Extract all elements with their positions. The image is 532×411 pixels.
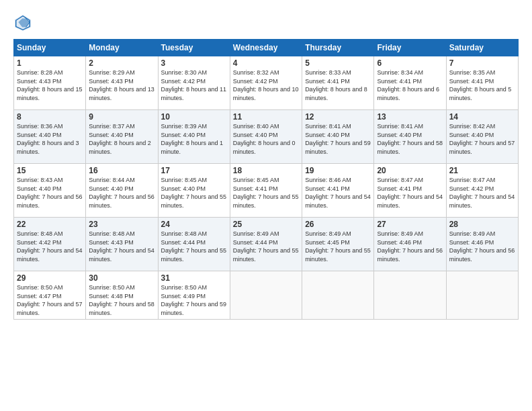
- day-number: 13: [377, 112, 443, 122]
- day-number: 23: [89, 220, 154, 229]
- page: SundayMondayTuesdayWednesdayThursdayFrid…: [0, 0, 532, 411]
- day-number: 24: [161, 220, 227, 229]
- day-number: 25: [233, 220, 299, 229]
- day-info: Sunrise: 8:49 AMSunset: 4:46 PMDaylight:…: [449, 230, 515, 263]
- calendar-cell: 31Sunrise: 8:50 AMSunset: 4:49 PMDayligh…: [158, 271, 230, 320]
- calendar-cell: 5Sunrise: 8:33 AMSunset: 4:41 PMDaylight…: [302, 56, 374, 110]
- calendar-cell: 1Sunrise: 8:28 AMSunset: 4:43 PMDaylight…: [14, 56, 86, 110]
- day-info: Sunrise: 8:45 AMSunset: 4:41 PMDaylight:…: [233, 176, 299, 210]
- day-info: Sunrise: 8:41 AMSunset: 4:40 PMDaylight:…: [377, 122, 443, 156]
- calendar-header-tuesday: Tuesday: [158, 40, 230, 56]
- day-info: Sunrise: 8:44 AMSunset: 4:40 PMDaylight:…: [89, 176, 154, 210]
- calendar-table: SundayMondayTuesdayWednesdayThursdayFrid…: [13, 39, 519, 320]
- calendar-cell: 15Sunrise: 8:43 AMSunset: 4:40 PMDayligh…: [14, 164, 86, 218]
- day-number: 29: [17, 273, 83, 283]
- day-info: Sunrise: 8:47 AMSunset: 4:42 PMDaylight:…: [449, 176, 515, 210]
- day-number: 9: [89, 112, 154, 122]
- calendar-cell: 13Sunrise: 8:41 AMSunset: 4:40 PMDayligh…: [374, 110, 446, 164]
- day-number: 5: [305, 58, 371, 68]
- calendar-cell: 26Sunrise: 8:49 AMSunset: 4:45 PMDayligh…: [302, 218, 374, 271]
- calendar-cell: 18Sunrise: 8:45 AMSunset: 4:41 PMDayligh…: [230, 164, 302, 218]
- day-number: 12: [305, 112, 371, 122]
- day-info: Sunrise: 8:39 AMSunset: 4:40 PMDaylight:…: [161, 122, 227, 156]
- calendar-cell: 16Sunrise: 8:44 AMSunset: 4:40 PMDayligh…: [86, 164, 158, 218]
- day-number: 30: [89, 273, 154, 283]
- day-info: Sunrise: 8:40 AMSunset: 4:40 PMDaylight:…: [233, 122, 299, 156]
- day-number: 7: [449, 58, 515, 68]
- calendar-header-friday: Friday: [374, 40, 446, 56]
- day-number: 8: [17, 112, 83, 122]
- calendar-cell: 10Sunrise: 8:39 AMSunset: 4:40 PMDayligh…: [158, 110, 230, 164]
- day-info: Sunrise: 8:42 AMSunset: 4:40 PMDaylight:…: [449, 122, 515, 156]
- calendar-week-4: 22Sunrise: 8:48 AMSunset: 4:42 PMDayligh…: [14, 218, 519, 271]
- day-info: Sunrise: 8:35 AMSunset: 4:41 PMDaylight:…: [449, 68, 515, 102]
- day-number: 22: [17, 220, 83, 229]
- day-info: Sunrise: 8:50 AMSunset: 4:49 PMDaylight:…: [161, 283, 227, 317]
- day-number: 16: [89, 166, 154, 175]
- day-info: Sunrise: 8:46 AMSunset: 4:41 PMDaylight:…: [305, 176, 371, 210]
- calendar-week-3: 15Sunrise: 8:43 AMSunset: 4:40 PMDayligh…: [14, 164, 519, 218]
- day-info: Sunrise: 8:32 AMSunset: 4:42 PMDaylight:…: [233, 68, 299, 102]
- day-number: 28: [449, 220, 515, 229]
- day-number: 17: [161, 166, 227, 175]
- day-number: 10: [161, 112, 227, 122]
- day-info: Sunrise: 8:50 AMSunset: 4:48 PMDaylight:…: [89, 283, 154, 317]
- calendar-week-1: 1Sunrise: 8:28 AMSunset: 4:43 PMDaylight…: [14, 56, 519, 110]
- calendar-cell: 9Sunrise: 8:37 AMSunset: 4:40 PMDaylight…: [86, 110, 158, 164]
- day-info: Sunrise: 8:45 AMSunset: 4:40 PMDaylight:…: [161, 176, 227, 210]
- day-number: 18: [233, 166, 299, 175]
- day-number: 6: [377, 58, 443, 68]
- calendar-cell: 6Sunrise: 8:34 AMSunset: 4:41 PMDaylight…: [374, 56, 446, 110]
- calendar-week-5: 29Sunrise: 8:50 AMSunset: 4:47 PMDayligh…: [14, 271, 519, 320]
- day-info: Sunrise: 8:30 AMSunset: 4:42 PMDaylight:…: [161, 68, 227, 102]
- day-info: Sunrise: 8:49 AMSunset: 4:45 PMDaylight:…: [305, 230, 371, 263]
- day-number: 19: [305, 166, 371, 175]
- calendar-cell: 22Sunrise: 8:48 AMSunset: 4:42 PMDayligh…: [14, 218, 86, 271]
- day-info: Sunrise: 8:29 AMSunset: 4:43 PMDaylight:…: [89, 68, 154, 102]
- calendar-cell: 27Sunrise: 8:49 AMSunset: 4:46 PMDayligh…: [374, 218, 446, 271]
- calendar-cell: 25Sunrise: 8:49 AMSunset: 4:44 PMDayligh…: [230, 218, 302, 271]
- day-info: Sunrise: 8:37 AMSunset: 4:40 PMDaylight:…: [89, 122, 154, 156]
- calendar-cell: 21Sunrise: 8:47 AMSunset: 4:42 PMDayligh…: [446, 164, 518, 218]
- day-number: 27: [377, 220, 443, 229]
- calendar-cell: 14Sunrise: 8:42 AMSunset: 4:40 PMDayligh…: [446, 110, 518, 164]
- day-info: Sunrise: 8:48 AMSunset: 4:43 PMDaylight:…: [89, 230, 154, 263]
- calendar-header-monday: Monday: [86, 40, 158, 56]
- day-info: Sunrise: 8:34 AMSunset: 4:41 PMDaylight:…: [377, 68, 443, 102]
- calendar-week-2: 8Sunrise: 8:36 AMSunset: 4:40 PMDaylight…: [14, 110, 519, 164]
- header: [13, 13, 519, 32]
- calendar-header-saturday: Saturday: [446, 40, 518, 56]
- day-info: Sunrise: 8:28 AMSunset: 4:43 PMDaylight:…: [17, 68, 83, 102]
- day-number: 20: [377, 166, 443, 175]
- calendar-cell: 28Sunrise: 8:49 AMSunset: 4:46 PMDayligh…: [446, 218, 518, 271]
- calendar-cell: 19Sunrise: 8:46 AMSunset: 4:41 PMDayligh…: [302, 164, 374, 218]
- day-info: Sunrise: 8:50 AMSunset: 4:47 PMDaylight:…: [17, 283, 83, 317]
- day-info: Sunrise: 8:49 AMSunset: 4:46 PMDaylight:…: [377, 230, 443, 263]
- day-info: Sunrise: 8:41 AMSunset: 4:40 PMDaylight:…: [305, 122, 371, 156]
- day-number: 4: [233, 58, 299, 68]
- calendar-cell: [302, 271, 374, 320]
- day-number: 31: [161, 273, 227, 283]
- calendar-cell: [446, 271, 518, 320]
- day-number: 3: [161, 58, 227, 68]
- day-number: 1: [17, 58, 83, 68]
- calendar-cell: 30Sunrise: 8:50 AMSunset: 4:48 PMDayligh…: [86, 271, 158, 320]
- calendar-cell: [230, 271, 302, 320]
- day-number: 2: [89, 58, 154, 68]
- calendar-cell: 29Sunrise: 8:50 AMSunset: 4:47 PMDayligh…: [14, 271, 86, 320]
- day-number: 21: [449, 166, 515, 175]
- day-number: 26: [305, 220, 371, 229]
- day-info: Sunrise: 8:43 AMSunset: 4:40 PMDaylight:…: [17, 176, 83, 210]
- calendar-cell: 23Sunrise: 8:48 AMSunset: 4:43 PMDayligh…: [86, 218, 158, 271]
- day-number: 11: [233, 112, 299, 122]
- calendar-cell: 4Sunrise: 8:32 AMSunset: 4:42 PMDaylight…: [230, 56, 302, 110]
- day-number: 15: [17, 166, 83, 175]
- calendar-cell: 11Sunrise: 8:40 AMSunset: 4:40 PMDayligh…: [230, 110, 302, 164]
- calendar-cell: [374, 271, 446, 320]
- logo: [13, 13, 34, 32]
- day-info: Sunrise: 8:33 AMSunset: 4:41 PMDaylight:…: [305, 68, 371, 102]
- day-info: Sunrise: 8:49 AMSunset: 4:44 PMDaylight:…: [233, 230, 299, 263]
- day-info: Sunrise: 8:48 AMSunset: 4:42 PMDaylight:…: [17, 230, 83, 263]
- day-info: Sunrise: 8:36 AMSunset: 4:40 PMDaylight:…: [17, 122, 83, 156]
- calendar-cell: 2Sunrise: 8:29 AMSunset: 4:43 PMDaylight…: [86, 56, 158, 110]
